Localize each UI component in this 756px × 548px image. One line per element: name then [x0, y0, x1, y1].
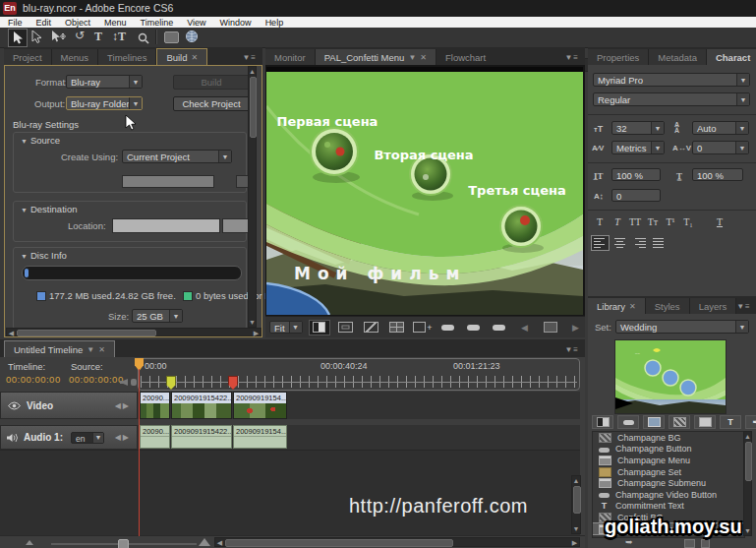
tab-character[interactable]: Charact	[707, 49, 756, 65]
safe-area-icon[interactable]	[336, 321, 356, 335]
new-item-icon[interactable]	[684, 539, 695, 548]
tracking-dropdown[interactable]: 0▼	[692, 141, 749, 154]
format-dropdown[interactable]: Blu-ray▼	[66, 75, 143, 89]
menu-object[interactable]: Object	[65, 18, 90, 28]
browse-button[interactable]	[222, 218, 250, 233]
show-buttons-icon[interactable]	[387, 321, 407, 335]
zoom-out-mountain-icon[interactable]	[26, 540, 33, 545]
tab-properties[interactable]: Properties	[588, 49, 649, 65]
zoom-tool-icon[interactable]	[138, 30, 149, 42]
zoom-slider-handle[interactable]	[118, 539, 129, 548]
list-item[interactable]: TCommitment Text	[593, 501, 744, 513]
build-hscrollbar[interactable]: ◀ ▶	[6, 328, 262, 336]
tab-monitor[interactable]: Monitor	[265, 49, 316, 65]
button-preview-icon[interactable]	[464, 321, 484, 335]
all-caps-icon[interactable]: TT	[627, 214, 643, 229]
disc-info-group-title[interactable]: ▼Disc Info	[21, 250, 67, 261]
font-style-dropdown[interactable]: Regular▼	[593, 92, 750, 106]
build-vscrollbar[interactable]: ▲ ▼	[248, 66, 257, 328]
show-menus-icon[interactable]	[592, 415, 613, 429]
show-guides-icon[interactable]	[309, 320, 330, 335]
tab-timelines[interactable]: Timelines	[98, 49, 156, 65]
panel-menu-icon[interactable]: ▼≡	[564, 345, 585, 357]
leading-dropdown[interactable]: Auto▼	[692, 121, 749, 135]
eye-icon[interactable]	[8, 401, 21, 410]
subscript-icon[interactable]: T₁	[680, 214, 696, 229]
web-preview-icon[interactable]	[185, 30, 199, 43]
place-arrow-icon[interactable]: ➥	[625, 537, 633, 547]
align-right-icon[interactable]	[631, 236, 648, 250]
panel-menu-icon[interactable]: ▼≡	[564, 53, 585, 65]
preview-tool-icon[interactable]	[164, 31, 179, 43]
kerning-dropdown[interactable]: Metrics▼	[611, 141, 665, 154]
menu-edit[interactable]: Edit	[36, 18, 52, 28]
show-backgrounds-icon[interactable]	[669, 415, 690, 429]
zoom-in-mountain-icon[interactable]	[199, 538, 210, 546]
show-sets-icon[interactable]	[694, 415, 716, 429]
font-size-dropdown[interactable]: 32▼	[611, 121, 665, 135]
list-item[interactable]: Champagne Video Button	[593, 489, 744, 501]
tab-menu-editor[interactable]: PAL_Confetti Menu▼✕	[316, 49, 436, 65]
close-icon[interactable]: ✕	[98, 345, 105, 354]
selection-tool-icon[interactable]	[8, 29, 28, 47]
library-vscrollbar[interactable]: ▲ ▼	[743, 431, 752, 536]
output-dropdown[interactable]: Blu-ray Folder▼	[66, 96, 143, 110]
align-left-icon[interactable]	[592, 236, 609, 250]
list-item[interactable]: Champagne Button	[593, 444, 744, 456]
audio-clip[interactable]: 20090919154...	[233, 425, 287, 449]
text-tool-icon[interactable]: T	[94, 30, 102, 44]
small-caps-icon[interactable]: Tᴛ	[645, 214, 661, 229]
panel-menu-icon[interactable]: ▼≡	[736, 302, 756, 314]
playhead-line[interactable]	[139, 369, 140, 536]
tab-menus[interactable]: Menus	[52, 49, 99, 65]
button-highlight-icon[interactable]	[490, 321, 509, 335]
list-item[interactable]: Champagne Menu	[593, 455, 744, 466]
show-images-icon[interactable]	[643, 415, 665, 429]
list-item[interactable]: Champagne Submenu	[593, 477, 744, 489]
tab-layers[interactable]: Layers	[690, 298, 737, 314]
panel-menu-icon[interactable]: ▼≡	[242, 53, 262, 65]
show-text-icon[interactable]: T	[720, 415, 741, 429]
tab-project[interactable]: Project	[4, 49, 52, 65]
prev-frame-icon[interactable]: ◀	[515, 321, 535, 335]
align-justify-icon[interactable]	[651, 236, 668, 250]
underline-icon[interactable]: T	[712, 214, 727, 229]
audio-lang-dropdown[interactable]: en▼	[71, 432, 104, 444]
marker-add-icon[interactable]	[131, 379, 137, 386]
check-project-button[interactable]: Check Project	[173, 96, 250, 111]
timeline-ruler[interactable]: 00:00 00:00:40:24 00:01:21:23	[138, 358, 580, 391]
rotate-tool-icon[interactable]: ↺	[75, 30, 85, 42]
tab-build[interactable]: Build✕	[156, 48, 207, 65]
destination-group-title[interactable]: ▼Destination	[21, 204, 77, 214]
video-clip[interactable]: 20090...	[140, 392, 170, 419]
menu-file[interactable]: File	[8, 18, 23, 28]
timeline-vscrollbar[interactable]: ▲ ▼	[571, 475, 581, 534]
vertical-text-tool-icon[interactable]: ↕T	[112, 30, 126, 44]
location-field[interactable]	[112, 218, 220, 233]
close-icon[interactable]: ✕	[420, 53, 427, 62]
show-buttons-icon[interactable]	[617, 415, 639, 429]
menu-menu[interactable]: Menu	[104, 18, 127, 28]
horizontal-scale-field[interactable]: 100 %	[692, 168, 743, 181]
video-clip[interactable]: 2009091915422...	[171, 392, 232, 419]
preview-quality-icon[interactable]	[362, 321, 381, 335]
track-collapse-icons[interactable]: ◀▶	[115, 401, 131, 410]
close-icon[interactable]: ✕	[629, 302, 636, 311]
tab-metadata[interactable]: Metadata	[649, 49, 707, 65]
tab-untitled-timeline[interactable]: Untitled Timeline▼✕	[4, 340, 115, 357]
timeline-timecode[interactable]: 00:00:00:00	[6, 374, 61, 385]
speaker-icon[interactable]	[7, 433, 19, 443]
track-collapse-icons[interactable]: ◀▶	[115, 433, 131, 442]
tab-library[interactable]: Library✕	[588, 298, 646, 314]
next-frame-icon[interactable]: ▶	[566, 321, 586, 335]
zoom-level-dropdown[interactable]: Fit▼	[269, 321, 303, 334]
superscript-icon[interactable]: T¹	[663, 214, 678, 229]
build-button[interactable]: Build	[173, 75, 250, 90]
menu-view[interactable]: View	[187, 18, 205, 28]
font-family-dropdown[interactable]: Myriad Pro▼	[593, 73, 750, 87]
size-dropdown[interactable]: 25 GB▼	[132, 309, 183, 323]
show-shapes-icon[interactable]: ✒	[745, 415, 756, 429]
button-routing-icon[interactable]	[438, 321, 458, 335]
list-item[interactable]: Champagne BG	[593, 432, 744, 444]
tab-flowchart[interactable]: Flowchart	[436, 49, 494, 65]
